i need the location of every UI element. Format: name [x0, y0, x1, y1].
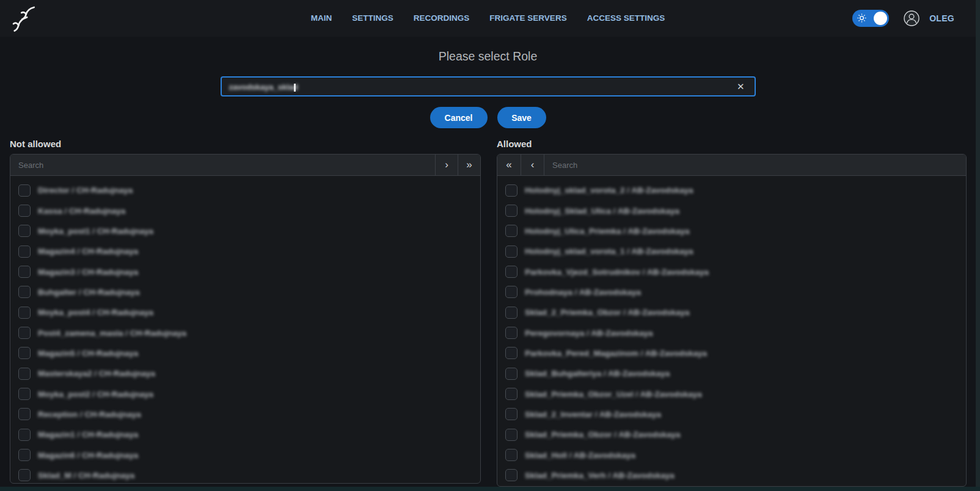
list-item[interactable]: Moyka_post4 / CH-Radujnaya: [10, 302, 480, 322]
list-item[interactable]: Moyka_post2 / CH-Radujnaya: [10, 384, 480, 404]
allowed-title: Allowed: [497, 139, 532, 149]
camera-label: Kassa / CH-Radujnaya: [38, 206, 125, 216]
list-item[interactable]: Masterskaya2 / CH-Radujnaya: [10, 363, 480, 384]
allowed-search-input[interactable]: [544, 155, 966, 175]
list-item[interactable]: Magazin5 / CH-Radujnaya: [10, 343, 480, 363]
nav-link-recordings[interactable]: RECORDINGS: [414, 13, 470, 23]
cancel-button[interactable]: Cancel: [430, 107, 488, 128]
checkbox[interactable]: [18, 225, 31, 237]
camera-label: Sklad_Buhgalteriya / AB-Zavodskaya: [525, 369, 670, 378]
checkbox[interactable]: [18, 286, 31, 298]
checkbox[interactable]: [18, 307, 31, 319]
user-avatar-icon[interactable]: [904, 10, 920, 26]
theme-toggle[interactable]: [852, 10, 889, 27]
checkbox[interactable]: [505, 307, 517, 319]
checkbox[interactable]: [18, 368, 31, 380]
not-allowed-list: Director / CH-Radujnaya Kassa / CH-Raduj…: [10, 176, 480, 484]
camera-label: Magazin4 / CH-Radujnaya: [38, 247, 138, 256]
list-item[interactable]: Peregovornaya / AB-Zavodskaya: [497, 322, 966, 343]
username[interactable]: OLEG: [929, 13, 954, 23]
checkbox[interactable]: [505, 266, 517, 278]
checkbox[interactable]: [18, 246, 31, 258]
move-left-button[interactable]: ‹: [521, 155, 544, 175]
list-item[interactable]: Magazin4 / CH-Radujnaya: [10, 241, 480, 261]
checkbox[interactable]: [505, 429, 517, 441]
clear-input-icon[interactable]: ✕: [737, 81, 745, 92]
camera-label: Holodnyj_Sklad_Ulica / AB-Zavodskaya: [525, 206, 679, 216]
role-input[interactable]: zavodskaya_sklad ✕: [221, 76, 756, 96]
list-item[interactable]: Magazin3 / CH-Radujnaya: [10, 261, 480, 282]
navbar: MAIN SETTINGS RECORDINGS FRIGATE SERVERS…: [0, 0, 976, 37]
checkbox[interactable]: [18, 449, 31, 461]
nav-link-access-settings[interactable]: ACCESS SETTINGS: [587, 13, 665, 23]
camera-label: Prohodnaya / AB-Zavodskaya: [525, 288, 641, 297]
list-item[interactable]: Magazin1 / CH-Radujnaya: [10, 424, 480, 445]
list-item[interactable]: Sklad_Priemka_Obzor_Uzel / AB-Zavodskaya: [497, 384, 966, 404]
list-item[interactable]: Sklad_Holl / AB-Zavodskaya: [497, 445, 966, 465]
camera-label: Masterskaya2 / CH-Radujnaya: [38, 369, 155, 378]
checkbox[interactable]: [505, 286, 517, 298]
checkbox[interactable]: [18, 327, 31, 339]
horizontal-scrollbar[interactable]: [0, 487, 980, 491]
camera-label: Magazin1 / CH-Radujnaya: [38, 430, 138, 439]
checkbox[interactable]: [18, 429, 31, 441]
camera-label: Holodnyj_Ulica_Priemka / AB-Zavodskaya: [525, 227, 690, 236]
camera-label: Moyka_post4 / CH-Radujnaya: [38, 308, 153, 317]
checkbox[interactable]: [505, 246, 517, 258]
checkbox[interactable]: [505, 449, 517, 461]
list-item[interactable]: Parkovka_Vjezd_Sotrudnikov / AB-Zavodska…: [497, 261, 966, 282]
list-item[interactable]: Holodnyj_Sklad_Ulica / AB-Zavodskaya: [497, 200, 966, 220]
checkbox[interactable]: [18, 184, 31, 197]
list-item[interactable]: Buhgalter / CH-Radujnaya: [10, 282, 480, 302]
list-item[interactable]: Sklad_Priemka_Obzor / AB-Zavodskaya: [497, 424, 966, 445]
checkbox[interactable]: [505, 205, 517, 217]
list-item[interactable]: Sklad_Buhgalteriya / AB-Zavodskaya: [497, 363, 966, 384]
move-all-right-button[interactable]: »: [458, 155, 480, 175]
camera-label: Magazin5 / CH-Radujnaya: [38, 349, 138, 358]
nav-link-settings[interactable]: SETTINGS: [352, 13, 393, 23]
camera-label: Sklad_Holl / AB-Zavodskaya: [525, 451, 635, 460]
checkbox[interactable]: [505, 225, 517, 237]
list-item[interactable]: Parkovka_Pered_Magazinom / AB-Zavodskaya: [497, 343, 966, 363]
camera-label: Magazin3 / CH-Radujnaya: [38, 267, 138, 277]
checkbox[interactable]: [505, 327, 517, 339]
camera-label: Sklad_2_Priemka_Obzor / AB-Zavodskaya: [525, 308, 690, 317]
list-item[interactable]: Sklad_Priemka_Verh / AB-Zavodskaya: [497, 465, 966, 486]
not-allowed-search-input[interactable]: [10, 155, 435, 175]
text-caret: [294, 84, 296, 92]
checkbox[interactable]: [18, 266, 31, 278]
checkbox[interactable]: [18, 347, 31, 359]
list-item[interactable]: Sklad_2_Priemka_Obzor / AB-Zavodskaya: [497, 302, 966, 322]
list-item[interactable]: Sklad_2_Inventar / AB-Zavodskaya: [497, 404, 966, 424]
save-button[interactable]: Save: [497, 107, 546, 128]
checkbox[interactable]: [18, 388, 31, 400]
list-item[interactable]: Magazin6 / CH-Radujnaya: [10, 445, 480, 465]
checkbox[interactable]: [18, 469, 31, 481]
list-item[interactable]: Reception / CH-Radujnaya: [10, 404, 480, 424]
vertical-scrollbar[interactable]: [976, 0, 980, 491]
list-item[interactable]: Post4_zamena_masla / CH-Radujnaya: [10, 322, 480, 343]
nav-link-main[interactable]: MAIN: [311, 13, 332, 23]
checkbox[interactable]: [505, 184, 517, 197]
list-item[interactable]: Moyka_post1 / CH-Radujnaya: [10, 221, 480, 241]
checkbox[interactable]: [505, 469, 517, 481]
sun-icon: [857, 13, 866, 23]
list-item[interactable]: Sklad_M / CH-Radujnaya: [10, 465, 480, 484]
nav-link-frigate-servers[interactable]: FRIGATE SERVERS: [489, 13, 566, 23]
checkbox[interactable]: [18, 408, 31, 420]
list-item[interactable]: Kassa / CH-Radujnaya: [10, 200, 480, 220]
checkbox[interactable]: [505, 368, 517, 380]
list-item[interactable]: Director / CH-Radujnaya: [10, 180, 480, 200]
camera-label: Holodnyj_sklad_vorota_2 / AB-Zavodskaya: [525, 186, 693, 195]
move-all-left-button[interactable]: «: [497, 155, 521, 175]
list-item[interactable]: Prohodnaya / AB-Zavodskaya: [497, 282, 966, 302]
move-right-button[interactable]: ›: [436, 155, 458, 175]
list-item[interactable]: Holodnyj_sklad_vorota_2 / AB-Zavodskaya: [497, 180, 966, 200]
list-item[interactable]: Holodnyj_sklad_vorota_1 / AB-Zavodskaya: [497, 241, 966, 261]
camera-label: Post4_zamena_masla / CH-Radujnaya: [38, 329, 186, 338]
checkbox[interactable]: [505, 388, 517, 400]
list-item[interactable]: Holodnyj_Ulica_Priemka / AB-Zavodskaya: [497, 221, 966, 241]
checkbox[interactable]: [18, 205, 31, 217]
checkbox[interactable]: [505, 347, 517, 359]
checkbox[interactable]: [505, 408, 517, 420]
